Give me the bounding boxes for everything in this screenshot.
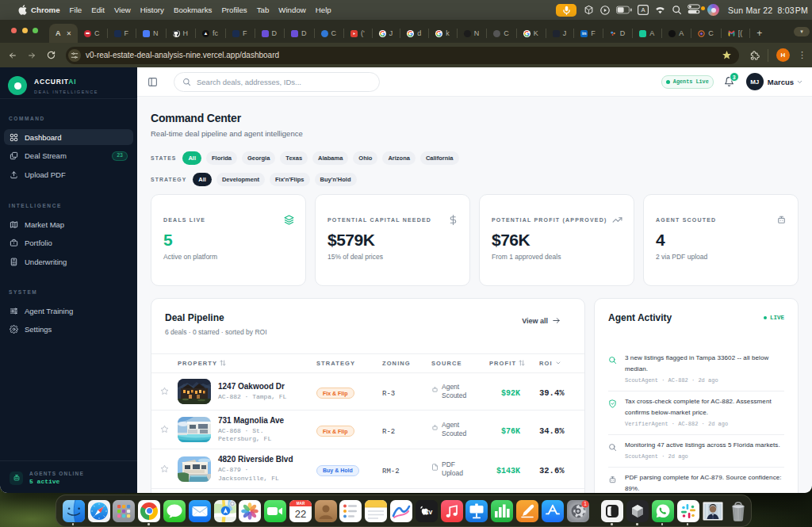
svg-text:22: 22 (295, 507, 306, 519)
svg-text:MAR: MAR (297, 502, 305, 506)
svg-text:tv: tv (427, 508, 433, 516)
svg-text:1: 1 (584, 501, 587, 506)
svg-text:A: A (641, 6, 645, 13)
